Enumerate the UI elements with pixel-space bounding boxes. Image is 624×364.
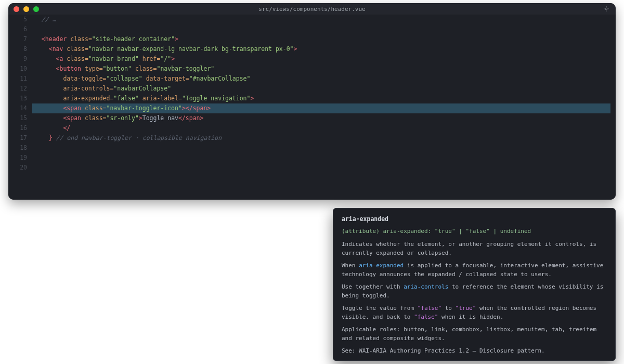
code-token: >	[175, 35, 178, 43]
code-area[interactable]: // … <header class="site-header containe…	[32, 15, 616, 200]
code-token: class=	[135, 65, 157, 72]
code-token: <nav	[49, 45, 63, 53]
code-line[interactable]: </	[32, 123, 610, 133]
hover-paragraph: See: WAI-ARIA Authoring Practices 1.2 — …	[342, 346, 607, 355]
code-token: aria-controls=	[63, 85, 113, 92]
hover-paragraph: When aria-expanded is applied to a focus…	[342, 261, 607, 279]
code-token	[171, 85, 175, 92]
line-number: 13	[8, 94, 27, 103]
code-token: data-toggle=	[63, 75, 106, 82]
code-token: }	[49, 134, 53, 141]
code-token: >	[139, 114, 142, 122]
code-token: <span	[63, 114, 81, 122]
line-number: 14	[8, 103, 27, 113]
hover-paragraph: Indicates whether the element, or anothe…	[342, 240, 607, 257]
code-token: "site-header container"	[92, 35, 175, 43]
hover-paragraph: Toggle the value from "false" to "true" …	[342, 304, 607, 321]
line-number: 7	[8, 34, 27, 44]
code-token: data-target=	[146, 75, 189, 82]
code-token: "button"	[103, 65, 132, 72]
line-number: 15	[8, 113, 27, 123]
code-token: "navbar-toggler"	[157, 65, 214, 72]
code-line[interactable]	[32, 163, 610, 173]
hover-paragraph: MDN Web Docs	[342, 359, 607, 361]
line-number: 9	[8, 54, 27, 64]
hover-paragraph: Applicable roles: button, link, combobox…	[342, 325, 607, 343]
code-token	[81, 65, 85, 72]
code-line[interactable]: aria-controls="navbarCollapse"	[32, 84, 610, 94]
line-number: 5	[8, 15, 27, 24]
code-token: "Toggle navigation"	[182, 95, 251, 102]
code-token: // end navbar-toggler · collapsible navi…	[56, 134, 222, 141]
code-line[interactable]: <span class="navbar-toggler-icon"></span…	[32, 103, 610, 113]
hover-paragraph: Use together with aria-controls to refer…	[342, 282, 607, 300]
code-token: // …	[42, 16, 56, 23]
code-token: </span>	[178, 114, 203, 122]
zoom-window-button[interactable]	[33, 6, 39, 12]
code-token: type=	[85, 65, 103, 72]
traffic-lights	[14, 6, 39, 12]
code-line[interactable]: // …	[32, 15, 610, 24]
window-title: src/views/components/header.vue	[8, 6, 616, 12]
code-line[interactable]	[32, 24, 610, 34]
code-line[interactable]	[32, 153, 610, 163]
code-line[interactable]: <header class="site-header container">	[32, 34, 610, 44]
code-line[interactable]: <span class="sr-only">Toggle nav</span>	[32, 113, 610, 123]
code-token: class=	[70, 35, 92, 43]
window-titlebar[interactable]: src/views/components/header.vue	[8, 3, 616, 15]
line-number: 8	[8, 44, 27, 54]
code-token: "/"	[160, 55, 171, 62]
code-token: <a	[56, 55, 63, 62]
code-line[interactable]: <button type="button" class="navbar-togg…	[32, 64, 610, 74]
code-line[interactable]: data-toggle="collapse" data-target="#nav…	[32, 74, 610, 84]
line-number: 20	[8, 163, 27, 173]
code-token: "navbar navbar-expand-lg navbar-dark bg-…	[88, 45, 294, 53]
code-token	[132, 65, 135, 72]
code-token: "navbar-brand"	[88, 55, 139, 62]
code-token: <span	[63, 105, 81, 112]
code-token: "false"	[113, 95, 138, 102]
code-token: class=	[85, 105, 107, 112]
line-number-gutter: 567891011121314151617181920	[8, 15, 32, 200]
code-token: </	[63, 124, 70, 132]
code-token: >	[171, 55, 175, 62]
code-token: "#navbarCollapse"	[189, 75, 251, 82]
code-token: >	[294, 45, 297, 53]
hover-body: Indicates whether the element, or anothe…	[342, 240, 607, 361]
code-token: aria-expanded=	[63, 95, 113, 102]
code-token: "collapse"	[106, 75, 142, 82]
code-token: >	[250, 95, 254, 102]
line-number: 17	[8, 133, 27, 143]
code-token: "navbar-toggler-icon"	[107, 105, 182, 112]
code-line[interactable]: } // end navbar-toggler · collapsible na…	[32, 133, 610, 143]
line-number: 16	[8, 123, 27, 133]
line-number: 18	[8, 143, 27, 153]
code-token: aria-label=	[142, 95, 182, 102]
svg-point-0	[605, 8, 607, 10]
code-token: class=	[67, 45, 88, 53]
code-line[interactable]: <a class="navbar-brand" href="/">	[32, 54, 610, 64]
hover-documentation-panel: aria-expanded (attribute) aria-expanded:…	[333, 208, 616, 361]
code-line[interactable]	[32, 143, 610, 153]
code-token: "navbarCollapse"	[113, 85, 171, 92]
code-token	[81, 114, 85, 122]
code-token: class=	[67, 55, 88, 62]
line-number: 19	[8, 153, 27, 163]
code-token: Toggle nav	[142, 114, 178, 122]
minimize-window-button[interactable]	[23, 6, 29, 12]
line-number: 12	[8, 84, 27, 94]
code-line[interactable]: aria-expanded="false" aria-label="Toggle…	[32, 94, 610, 103]
code-token	[53, 134, 56, 141]
editor-body: 567891011121314151617181920 // … <header…	[8, 15, 616, 200]
code-line[interactable]: <nav class="navbar navbar-expand-lg navb…	[32, 44, 610, 54]
code-token: href=	[142, 55, 161, 62]
line-number: 11	[8, 74, 27, 84]
code-token: class=	[85, 114, 107, 122]
line-number: 10	[8, 64, 27, 74]
line-number: 6	[8, 24, 27, 34]
close-window-button[interactable]	[14, 6, 19, 12]
code-token: ></span>	[182, 105, 211, 112]
code-token	[142, 75, 146, 82]
code-token: <header	[42, 35, 67, 43]
settings-gear-icon[interactable]	[603, 6, 609, 12]
